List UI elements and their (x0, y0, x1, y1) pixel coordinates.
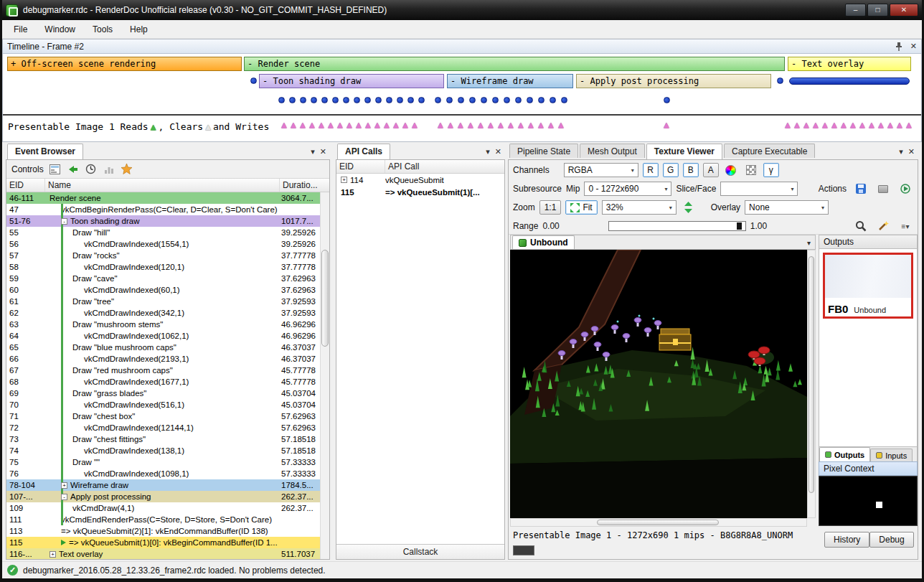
mip-select[interactable]: 0 - 1272x690▾ (584, 182, 671, 196)
event-row-71[interactable]: 71Draw "chest box"57.62963 (6, 410, 320, 422)
zoom-select[interactable]: 32%▾ (602, 200, 676, 215)
event-browser-close-icon[interactable]: ✕ (320, 147, 326, 156)
channel-red-button[interactable]: R (643, 163, 659, 177)
timeline-canvas[interactable]: + Off-screen scene rendering- Render sce… (3, 54, 921, 116)
texture-display[interactable] (510, 250, 807, 518)
time-durations-icon[interactable] (85, 163, 98, 176)
event-row-68[interactable]: 68vkCmdDrawIndexed(1677,1)45.77778 (6, 376, 320, 388)
event-row-51-76[interactable]: 51-76-Toon shading draw1017.7... (6, 215, 320, 227)
event-row-61[interactable]: 61Draw "tree"37.92593 (6, 296, 320, 307)
event-row-73[interactable]: 73Draw "chest fittings"57.18518 (6, 433, 320, 445)
channels-select[interactable]: RGBA▾ (564, 163, 638, 177)
event-row-78-104[interactable]: 78-104+Wireframe draw1784.5... (6, 479, 320, 491)
debug-button[interactable]: Debug (869, 532, 913, 548)
timeline-usage-track[interactable]: Presentable Image 1 Reads ▲ , Clears ▲ a… (3, 116, 921, 137)
tab-texture-viewer[interactable]: Texture Viewer (646, 144, 722, 159)
range-handle[interactable] (737, 222, 742, 230)
event-row-55[interactable]: 55Draw "hill"39.25926 (6, 227, 320, 238)
column-eid[interactable]: EID (336, 160, 385, 173)
api-row-115[interactable]: 115=> vkQueueSubmit(1)[... (336, 186, 504, 198)
event-row-64[interactable]: 64vkCmdDrawIndexed(1062,1)46.96296 (6, 330, 320, 342)
timeline-close-icon[interactable]: ✕ (910, 42, 917, 51)
column-eid[interactable]: EID (6, 179, 45, 192)
autofit-wand-icon[interactable] (875, 219, 891, 233)
zoom-1-1-button[interactable]: 1:1 (539, 200, 562, 215)
menu-window[interactable]: Window (36, 21, 84, 38)
event-row-116[interactable]: 116-...+Text overlay511.7037 (6, 548, 320, 559)
goto-event-icon[interactable] (67, 163, 80, 176)
open-texture-list-icon[interactable] (875, 182, 891, 196)
menu-file[interactable]: File (5, 21, 36, 38)
channel-green-button[interactable]: G (663, 163, 679, 177)
event-row-47[interactable]: 47vkCmdBeginRenderPass(C=Clear, D=Clear,… (6, 204, 320, 215)
event-row-115[interactable]: 115=> vkQueueSubmit(1)[0]: vkBeginComman… (6, 537, 320, 548)
texture-tab-list-icon[interactable]: ▾ (807, 239, 815, 249)
timeline-block-apply-post-processing[interactable]: - Apply post processing (576, 74, 771, 88)
event-row-63[interactable]: 63Draw "mushroom stems"46.96296 (6, 319, 320, 330)
event-row-109[interactable]: 109vkCmdDraw(4,1)262.37... (6, 502, 320, 514)
tree-expander[interactable]: + (341, 177, 347, 183)
maximize-button[interactable]: □ (867, 4, 888, 17)
tab-outputs[interactable]: Outputs (819, 447, 870, 461)
event-row-113[interactable]: 113=> vkQueueSubmit(2)[1]: vkEndCommandB… (6, 525, 320, 537)
goto-resource-icon[interactable] (897, 182, 913, 196)
event-row-111[interactable]: 111vkCmdEndRenderPass(C=Store, D=Store, … (6, 514, 320, 525)
texture-viewer-menu-icon[interactable]: ▾ (899, 147, 903, 156)
event-row-57[interactable]: 57Draw "rocks"37.77778 (6, 250, 320, 261)
bookmark-icon[interactable] (121, 163, 133, 176)
statistics-icon[interactable] (103, 163, 116, 176)
scrollbar-thumb[interactable] (808, 256, 814, 493)
event-row-46-111[interactable]: 46-111Render scene3064.7... (6, 192, 320, 204)
texture-vscrollbar[interactable] (807, 250, 816, 518)
event-row-62[interactable]: 62vkCmdDrawIndexed(342,1)37.92593 (6, 307, 320, 319)
toolbar-overflow-icon[interactable]: ≡▾ (897, 219, 913, 233)
texture-tab-unbound[interactable]: Unbound (512, 235, 575, 249)
event-row-56[interactable]: 56vkCmdDrawIndexed(1554,1)39.25926 (6, 238, 320, 250)
event-row-59[interactable]: 59Draw "cave"37.62963 (6, 273, 320, 284)
event-row-69[interactable]: 69Draw "grass blades"45.03704 (6, 388, 320, 399)
tab-mesh-output[interactable]: Mesh Output (580, 144, 645, 158)
menu-help[interactable]: Help (121, 21, 156, 38)
column-name[interactable]: Name (45, 179, 280, 192)
event-browser-menu-icon[interactable]: ▾ (311, 147, 315, 156)
event-row-70[interactable]: 70vkCmdDrawIndexed(516,1)45.03704 (6, 399, 320, 410)
api-row-114[interactable]: +114vkQueueSubmit (336, 174, 504, 186)
tab-api-calls[interactable]: API Calls (337, 144, 390, 159)
channel-blue-button[interactable]: B (683, 163, 699, 177)
gamma-button[interactable]: γ (763, 163, 779, 177)
tree-expander[interactable]: + (61, 482, 67, 489)
zoom-fit-button[interactable]: Fit (565, 200, 597, 215)
tab-event-browser[interactable]: Event Browser (7, 144, 83, 159)
minimize-button[interactable]: – (845, 4, 866, 17)
pin-icon[interactable] (895, 42, 903, 51)
event-row-67[interactable]: 67Draw "red mushroom caps"45.77778 (6, 365, 320, 376)
tree-expander[interactable]: - (61, 494, 67, 500)
history-button[interactable]: History (824, 532, 869, 548)
event-row-76[interactable]: 76vkCmdDrawIndexed(1098,1)57.33333 (6, 468, 320, 479)
custom-display-icon[interactable] (723, 163, 739, 177)
save-texture-icon[interactable] (853, 182, 869, 196)
event-row-72[interactable]: 72vkCmdDrawIndexed(12144,1)57.62963 (6, 422, 320, 433)
zoom-range-icon[interactable] (853, 219, 869, 233)
event-row-74[interactable]: 74vkCmdDrawIndexed(138,1)57.18518 (6, 445, 320, 456)
texture-viewer-close-icon[interactable]: ✕ (908, 147, 915, 156)
flip-y-icon[interactable] (681, 200, 697, 215)
timeline-toggle-icon[interactable] (49, 163, 62, 176)
tab-inputs[interactable]: Inputs (870, 449, 913, 461)
api-calls-close-icon[interactable]: ✕ (495, 147, 501, 156)
menu-tools[interactable]: Tools (84, 21, 121, 38)
tab-capture-executable[interactable]: Capture Executable (724, 144, 815, 158)
timeline-block-wireframe-draw[interactable]: - Wireframe draw (447, 74, 573, 88)
slice-face-select[interactable]: ▾ (720, 182, 798, 196)
fb0-thumbnail[interactable]: FB0 Unbound (823, 253, 913, 319)
scrollbar-thumb[interactable] (597, 520, 719, 525)
column-duration[interactable]: Duratio... (280, 179, 329, 192)
column-api-call[interactable]: API Call (385, 160, 504, 173)
event-row-58[interactable]: 58vkCmdDrawIndexed(120,1)37.77778 (6, 261, 320, 273)
event-browser-scrollbar[interactable] (320, 192, 329, 559)
range-slider[interactable] (608, 221, 746, 231)
tab-pipeline-state[interactable]: Pipeline State (509, 144, 578, 158)
scrollbar-thumb[interactable] (321, 250, 329, 347)
timeline-block-render-scene[interactable]: - Render scene (244, 57, 785, 71)
tree-expander[interactable]: + (50, 551, 56, 558)
